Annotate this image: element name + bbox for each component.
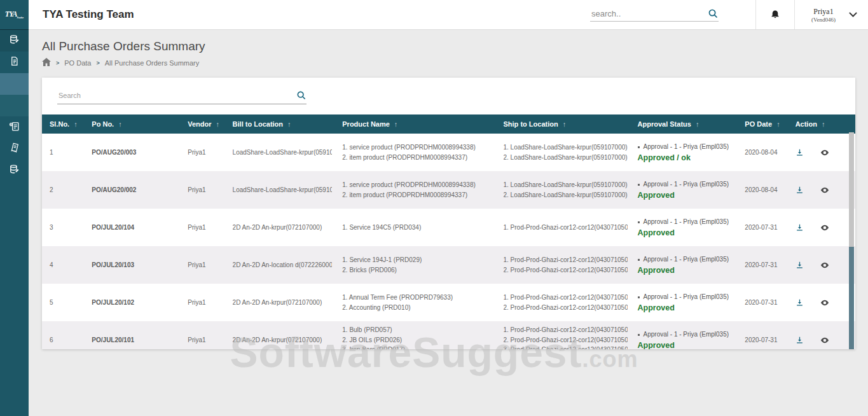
view-icon[interactable]: [820, 187, 829, 193]
user-menu[interactable]: Priya1 (Vend046): [795, 7, 848, 23]
column-header-ship-to-location[interactable]: Ship to Location↑: [499, 114, 633, 134]
cell-po-no: PO/AUG20/003: [86, 134, 183, 171]
receipt-icon: [10, 142, 20, 155]
status-badge: Approved: [638, 228, 735, 237]
bullet: [638, 184, 640, 186]
table-row: 3PO/JUL20/104Priya12D An-2D An-krpur(072…: [42, 209, 855, 246]
download-icon[interactable]: [796, 261, 804, 269]
cell-sl-no: 3: [42, 209, 86, 246]
cell-vendor: Priya1: [183, 209, 227, 246]
sidebar-item-selected[interactable]: [0, 73, 29, 95]
view-icon[interactable]: [820, 337, 829, 343]
sort-arrow-icon: ↑: [776, 120, 780, 128]
cell-bill-to: 2D An-2D An-krpur(072107000): [228, 284, 338, 321]
cell-action: [790, 171, 855, 209]
cell-approval-status: Approval - 1 - Priya (Empl035)Approved: [633, 321, 740, 349]
status-badge: Approved: [638, 266, 735, 275]
cell-approval-status: Approval - 1 - Priya (Empl035)Approved /…: [633, 134, 740, 171]
sidebar-item-pricing[interactable]: [0, 116, 29, 138]
main-content: All Purchase Orders Summary > PO Data > …: [29, 30, 868, 416]
cell-po-no: PO/JUL20/101: [86, 321, 183, 349]
download-icon[interactable]: [796, 148, 804, 156]
status-badge: Approved / ok: [638, 153, 735, 162]
notifications-button[interactable]: [756, 8, 794, 22]
home-icon[interactable]: [42, 58, 51, 67]
cell-po-no: PO/JUL20/103: [86, 246, 183, 284]
global-search: [590, 8, 719, 22]
sort-arrow-icon: ↑: [563, 120, 567, 128]
cell-po-no: PO/AUG20/002: [86, 171, 183, 209]
global-search-input[interactable]: [590, 8, 708, 19]
breadcrumb-separator: >: [56, 60, 59, 66]
rupee-list-icon: [9, 121, 20, 134]
sort-arrow-icon: ↑: [822, 120, 825, 128]
cell-po-date: 2020-07-31: [740, 284, 790, 321]
bullet: [638, 221, 640, 223]
item-line: 2. Prod-Prod-Ghazi-cor12-cor12(043071050…: [504, 303, 628, 313]
logo-text: TYASuite: [5, 10, 24, 19]
cell-bill-to: LoadShare-LoadShare-krpur(059107000): [228, 134, 338, 171]
column-header-action[interactable]: Action↑: [790, 114, 855, 134]
sort-arrow-icon: ↑: [696, 120, 699, 128]
cell-vendor: Priya1: [183, 284, 227, 321]
app-logo[interactable]: TYASuite: [0, 0, 29, 30]
user-menu-toggle[interactable]: [848, 9, 858, 20]
table-scrollbar[interactable]: [849, 132, 854, 349]
breadcrumb-po-data[interactable]: PO Data: [64, 59, 91, 67]
search-icon[interactable]: [708, 8, 719, 19]
orders-card: Sl.No.↑Po No.↑Vendor↑Bill to Location↑Pr…: [42, 78, 855, 349]
item-line: 1. service product (PRODPRDHM0008994338): [342, 180, 493, 190]
item-line: 1. Prod-Prod-Ghazi-cor12-cor12(043071050…: [504, 293, 628, 303]
cell-bill-to: 2D An-2D An-krpur(072107000): [228, 321, 338, 349]
table-row: 1PO/AUG20/003Priya1LoadShare-LoadShare-k…: [42, 134, 855, 171]
item-line: 2. item product (PRODPRDHM0008994337): [342, 190, 493, 200]
search-icon[interactable]: [296, 90, 307, 101]
item-line: 3. Iron Bars (PRD017): [342, 345, 493, 349]
cell-sl-no: 2: [42, 171, 86, 209]
sort-arrow-icon: ↑: [118, 120, 122, 128]
item-line: 1. Service 194C5 (PRD034): [342, 223, 493, 233]
item-line: 3. Prod-Prod-Ghazi-cor12-cor12(043071050…: [504, 345, 628, 349]
item-line: 1. Bulb (PRD057): [342, 325, 493, 335]
item-line: 1. LoadShare-LoadShare-krpur(059107000): [504, 180, 628, 190]
cell-ship-to: 1. Prod-Prod-Ghazi-cor12-cor12(043071050…: [499, 284, 633, 321]
sidebar-item-invoices[interactable]: [0, 138, 29, 160]
table-search: [57, 90, 307, 104]
sort-arrow-icon: ↑: [216, 120, 220, 128]
sidebar-item-documents[interactable]: [0, 52, 29, 73]
item-line: 2. item product (PRODPRDHM0008994337): [342, 153, 493, 163]
purchase-orders-table: Sl.No.↑Po No.↑Vendor↑Bill to Location↑Pr…: [42, 114, 855, 349]
sidebar-item-po-summary[interactable]: [0, 160, 29, 181]
breadcrumb-current[interactable]: All Purchase Orders Summary: [105, 59, 200, 67]
column-header-po-no[interactable]: Po No.↑: [86, 114, 183, 134]
column-header-po-date[interactable]: PO Date↑: [740, 114, 790, 134]
cell-sl-no: 5: [42, 284, 86, 321]
cell-ship-to: 1. Prod-Prod-Ghazi-cor12-cor12(043071050…: [499, 209, 633, 246]
column-header-sl-no[interactable]: Sl.No.↑: [42, 114, 86, 134]
column-header-product-name[interactable]: Product Name↑: [337, 114, 498, 134]
item-line: 1. Prod-Prod-Ghazi-cor12-cor12(043071050…: [504, 325, 628, 335]
sort-arrow-icon: ↑: [394, 120, 398, 128]
column-header-vendor[interactable]: Vendor↑: [183, 114, 227, 134]
download-icon[interactable]: [796, 223, 804, 232]
view-icon[interactable]: [820, 225, 829, 231]
view-icon[interactable]: [820, 300, 829, 306]
table-search-input[interactable]: [57, 91, 296, 100]
bullet: [638, 334, 640, 336]
scrollbar-thumb[interactable]: [849, 132, 854, 247]
bullet: [638, 259, 640, 261]
sidebar-item-highlight[interactable]: [0, 95, 29, 116]
bullet: [638, 146, 640, 148]
sidebar-item-po-database[interactable]: [0, 30, 29, 52]
view-icon[interactable]: [820, 149, 829, 156]
cell-vendor: Priya1: [183, 321, 227, 349]
column-header-approval-status[interactable]: Approval Status↑: [633, 114, 740, 134]
download-icon[interactable]: [796, 298, 804, 307]
column-header-bill-to-location[interactable]: Bill to Location↑: [228, 114, 338, 134]
cell-products: 1. Bulb (PRD057)2. JB OILs (PRD026)3. Ir…: [337, 321, 498, 349]
download-icon[interactable]: [796, 186, 804, 194]
status-badge: Approved: [638, 191, 735, 200]
view-icon[interactable]: [820, 262, 829, 268]
download-icon[interactable]: [796, 336, 804, 344]
table-body: 1PO/AUG20/003Priya1LoadShare-LoadShare-k…: [42, 134, 855, 349]
